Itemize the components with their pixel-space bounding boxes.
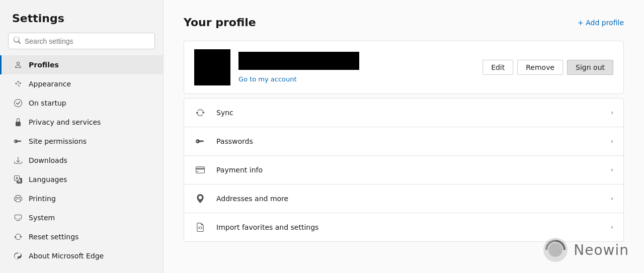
sync-arrow-icon: › <box>611 109 613 116</box>
sidebar-item-appearance[interactable]: Appearance <box>0 74 163 94</box>
add-profile-label: + Add profile <box>578 19 624 27</box>
profiles-label: Profiles <box>29 61 59 69</box>
neowin-watermark: Neowin <box>542 237 629 263</box>
downloads-icon <box>14 156 23 165</box>
sidebar-item-printing[interactable]: Printing <box>0 189 163 208</box>
system-label: System <box>29 214 55 222</box>
sidebar-item-profiles[interactable]: Profiles <box>0 55 163 74</box>
edit-button[interactable]: Edit <box>482 60 513 75</box>
sync-icon <box>194 107 206 119</box>
addresses-arrow-icon: › <box>611 195 613 202</box>
search-icon <box>14 36 21 46</box>
profile-name-redacted <box>238 52 359 70</box>
page-header: Your profile + Add profile <box>184 16 624 29</box>
sidebar-item-site-permissions[interactable]: Site permissions <box>0 132 163 151</box>
sync-label: Sync <box>216 109 601 117</box>
appearance-icon <box>14 79 23 88</box>
profiles-icon <box>14 60 23 69</box>
sidebar-item-system[interactable]: System <box>0 208 163 227</box>
sidebar-item-reset[interactable]: Reset settings <box>0 227 163 246</box>
payment-arrow-icon: › <box>611 166 613 173</box>
appearance-label: Appearance <box>29 80 71 88</box>
sidebar-item-downloads[interactable]: Downloads <box>0 151 163 170</box>
main-content: Your profile + Add profile Go to my acco… <box>164 0 644 273</box>
passwords-icon <box>194 135 206 147</box>
about-label: About Microsoft Edge <box>29 252 104 260</box>
sidebar-nav: Profiles Appearance On startup <box>0 55 163 265</box>
addresses-icon <box>194 193 206 205</box>
site-permissions-icon <box>14 137 23 146</box>
remove-button[interactable]: Remove <box>517 60 563 75</box>
import-icon <box>194 221 206 233</box>
reset-label: Reset settings <box>29 233 78 241</box>
menu-item-payment[interactable]: Payment info › <box>184 155 624 184</box>
sidebar-item-privacy[interactable]: Privacy and services <box>0 113 163 132</box>
languages-icon <box>14 175 23 184</box>
svg-point-1 <box>548 243 562 257</box>
avatar <box>194 49 230 85</box>
settings-title: Settings <box>0 0 163 33</box>
sidebar-item-about[interactable]: About Microsoft Edge <box>0 246 163 265</box>
printing-label: Printing <box>29 195 56 203</box>
profile-actions: Edit Remove Sign out <box>482 60 613 75</box>
add-profile-button[interactable]: + Add profile <box>578 19 624 27</box>
on-startup-icon <box>14 99 23 108</box>
sidebar-item-languages[interactable]: Languages <box>0 170 163 189</box>
search-input[interactable] <box>25 37 149 45</box>
payment-icon <box>194 164 206 176</box>
profile-menu-list: Sync › Passwords › Payment info › <box>184 98 624 242</box>
passwords-label: Passwords <box>216 137 601 145</box>
privacy-icon <box>14 118 23 127</box>
downloads-label: Downloads <box>29 156 67 164</box>
profile-info: Go to my account <box>238 52 474 83</box>
neowin-text: Neowin <box>574 242 629 258</box>
menu-item-addresses[interactable]: Addresses and more › <box>184 184 624 213</box>
edge-icon <box>14 251 23 260</box>
import-arrow-icon: › <box>611 224 613 231</box>
import-label: Import favorites and settings <box>216 223 601 231</box>
sign-out-button[interactable]: Sign out <box>567 60 613 75</box>
reset-icon <box>14 232 23 241</box>
sidebar-item-on-startup[interactable]: On startup <box>0 94 163 113</box>
sidebar: Settings Profiles Appearance <box>0 0 164 273</box>
search-box[interactable] <box>8 33 155 49</box>
go-to-account-link[interactable]: Go to my account <box>238 75 297 83</box>
menu-item-passwords[interactable]: Passwords › <box>184 127 624 155</box>
payment-label: Payment info <box>216 166 601 174</box>
profile-card: Go to my account Edit Remove Sign out <box>184 41 624 94</box>
system-icon <box>14 213 23 222</box>
addresses-label: Addresses and more <box>216 195 601 203</box>
privacy-label: Privacy and services <box>29 118 101 126</box>
passwords-arrow-icon: › <box>611 138 613 145</box>
site-permissions-label: Site permissions <box>29 137 87 145</box>
on-startup-label: On startup <box>29 99 66 107</box>
neowin-logo-icon <box>542 237 569 263</box>
menu-item-sync[interactable]: Sync › <box>184 98 624 127</box>
page-title: Your profile <box>184 16 256 29</box>
printing-icon <box>14 194 23 203</box>
languages-label: Languages <box>29 175 67 184</box>
